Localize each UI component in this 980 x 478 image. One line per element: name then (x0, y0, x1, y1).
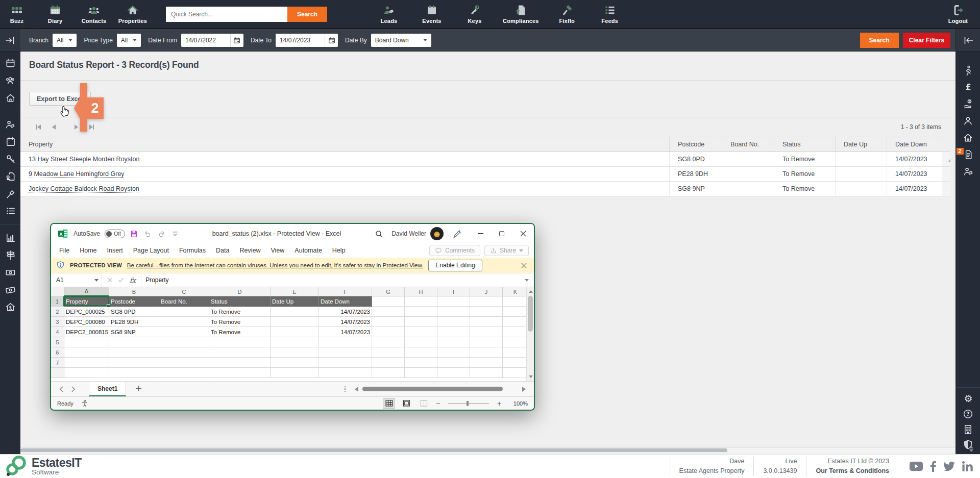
table-scrollbar[interactable] (942, 152, 950, 166)
tab-formulas[interactable]: Formulas (174, 247, 211, 254)
clear-filters-button[interactable]: Clear Filters (903, 33, 950, 48)
cell[interactable] (503, 368, 528, 378)
normal-view-button[interactable] (383, 398, 395, 409)
cell-c2[interactable] (159, 307, 209, 317)
cell[interactable] (503, 358, 528, 368)
minimize-button[interactable] (470, 224, 491, 243)
cell[interactable] (372, 337, 405, 347)
property-link[interactable]: Jockey Cottage Baldock Road Royston (29, 185, 139, 192)
page-break-view-button[interactable] (418, 398, 430, 409)
cell[interactable] (319, 368, 372, 378)
cell[interactable] (64, 368, 109, 378)
column-header-a[interactable]: A (64, 287, 109, 296)
cell[interactable] (437, 337, 470, 347)
person-icon[interactable] (962, 115, 975, 126)
cell[interactable] (470, 296, 503, 307)
banknote-tilted-icon[interactable] (4, 284, 17, 295)
nav-item-buzz[interactable]: Buzz (2, 4, 32, 24)
redo-icon[interactable] (157, 230, 166, 238)
column-header-date-up[interactable]: Date Up (836, 137, 887, 152)
signpost-icon[interactable] (4, 249, 17, 260)
insert-function-icon[interactable]: fx (130, 276, 136, 284)
cell[interactable] (437, 358, 470, 368)
tab-help[interactable]: Help (327, 247, 351, 254)
cell[interactable] (159, 347, 209, 358)
column-header-g[interactable]: G (372, 287, 405, 296)
cell[interactable] (271, 337, 319, 347)
date-from-calendar-icon[interactable] (230, 34, 243, 47)
row-header-4[interactable]: 4 (51, 327, 64, 337)
cell-b2[interactable]: SG8 0PD (109, 307, 159, 317)
scroll-up-icon[interactable] (969, 446, 973, 448)
undo-icon[interactable] (143, 230, 152, 238)
cell-b3[interactable]: PE28 9DH (109, 317, 159, 327)
dismiss-protected-view-button[interactable] (521, 263, 529, 268)
add-sheet-button[interactable] (135, 385, 142, 394)
cell[interactable] (64, 337, 109, 347)
property-link[interactable]: 13 Hay Street Steeple Morden Royston (29, 156, 139, 163)
document-rosette-icon[interactable] (4, 171, 17, 182)
column-header-k[interactable]: K (503, 287, 528, 296)
accessibility-checker-icon[interactable] (81, 399, 89, 408)
scrollbar-thumb[interactable] (362, 387, 503, 391)
column-header-board-no[interactable]: Board No. (722, 137, 774, 152)
nav-item-fixflo[interactable]: Fixflo (552, 4, 582, 24)
zoom-slider-handle[interactable] (467, 401, 469, 406)
person-tag-icon[interactable] (4, 119, 17, 130)
cell[interactable] (159, 358, 209, 368)
cell-f4[interactable]: 14/07/2023 (319, 327, 372, 337)
first-page-button[interactable] (31, 124, 46, 130)
row-header-5[interactable]: 5 (51, 337, 64, 347)
bar-chart-icon[interactable] (4, 232, 17, 243)
cell-e1[interactable]: Date Up (271, 296, 319, 307)
pound-icon[interactable]: £ (962, 82, 975, 92)
expand-icon[interactable] (4, 35, 17, 45)
cell[interactable] (503, 307, 528, 317)
gear-icon[interactable]: ⚙ (962, 393, 975, 404)
cell[interactable] (470, 317, 503, 327)
cell-b1[interactable]: Postcode (109, 296, 159, 307)
cell[interactable] (271, 358, 319, 368)
autosave-toggle[interactable]: Off (105, 230, 125, 238)
cell-e3[interactable] (271, 317, 319, 327)
cell[interactable] (503, 317, 528, 327)
cell[interactable] (437, 307, 470, 317)
tab-home[interactable]: Home (75, 247, 102, 254)
user-avatar[interactable] (430, 227, 444, 240)
cell-d2[interactable]: To Remove (209, 307, 271, 317)
nav-item-diary[interactable]: Diary (40, 4, 70, 24)
cell-c3[interactable] (159, 317, 209, 327)
grid-horizontal-scrollbar[interactable] (362, 387, 518, 391)
house-icon[interactable] (4, 92, 17, 103)
cell[interactable] (503, 337, 528, 347)
expand-formula-bar-icon[interactable] (525, 273, 534, 287)
column-header-h[interactable]: H (405, 287, 437, 296)
column-header-j[interactable]: J (470, 287, 503, 296)
cell[interactable] (319, 337, 372, 347)
scroll-left-icon[interactable] (353, 387, 358, 392)
date-from-input[interactable] (181, 34, 230, 47)
comments-button[interactable]: Comments (429, 245, 480, 256)
nav-item-properties[interactable]: Properties (118, 4, 148, 24)
cell[interactable] (209, 358, 271, 368)
date-to-input[interactable] (276, 34, 325, 47)
people-icon[interactable] (4, 75, 17, 86)
cell[interactable] (437, 327, 470, 337)
customize-toolbar-icon[interactable] (172, 230, 179, 237)
cell[interactable] (372, 317, 405, 327)
page-vertical-scroll-arrows[interactable] (969, 446, 973, 452)
sheet-tab-sheet1[interactable]: Sheet1 (89, 382, 126, 396)
row-header-6[interactable]: 6 (51, 347, 64, 358)
cell[interactable] (159, 337, 209, 347)
row-header-3[interactable]: 3 (51, 317, 64, 327)
cell[interactable] (470, 358, 503, 368)
column-header-b[interactable]: B (109, 287, 159, 296)
price-type-select[interactable]: All (117, 34, 141, 47)
column-header-date-down[interactable]: Date Down (887, 137, 942, 152)
facebook-icon[interactable] (930, 461, 936, 472)
nav-item-events[interactable]: Events (417, 4, 447, 24)
report-document-icon[interactable]: 2 (962, 149, 975, 160)
quick-search-input[interactable] (166, 7, 287, 22)
cell[interactable] (405, 337, 437, 347)
page-horizontal-scrollbar[interactable] (20, 447, 955, 452)
